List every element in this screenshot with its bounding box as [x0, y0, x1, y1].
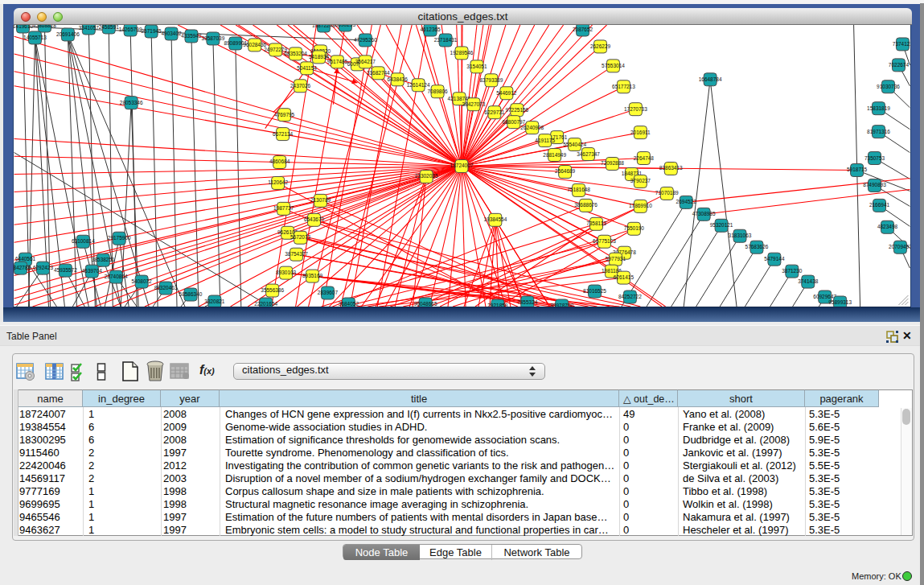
svg-text:15831819: 15831819: [867, 105, 890, 111]
svg-text:7455324: 7455324: [517, 299, 538, 305]
svg-text:2839607: 2839607: [318, 290, 339, 295]
svg-text:8930103: 8930103: [276, 270, 297, 275]
svg-text:19384554: 19384554: [483, 216, 507, 222]
svg-text:4903402: 4903402: [161, 31, 182, 36]
svg-text:3871230: 3871230: [782, 268, 803, 274]
svg-text:42868828: 42868828: [33, 25, 56, 28]
svg-text:45935572: 45935572: [54, 267, 77, 273]
svg-text:47308985: 47308985: [692, 211, 716, 216]
svg-text:2564689: 2564689: [555, 168, 576, 174]
svg-text:63100814: 63100814: [72, 238, 95, 244]
svg-text:28814949: 28814949: [543, 152, 566, 158]
svg-text:4842788: 4842788: [13, 265, 31, 270]
svg-text:38688676: 38688676: [574, 202, 598, 208]
svg-text:4769795: 4769795: [274, 112, 295, 117]
svg-text:7358113: 7358113: [586, 220, 606, 226]
svg-text:71070189: 71070189: [655, 190, 679, 196]
svg-text:6672134: 6672134: [273, 131, 294, 137]
svg-text:1120642: 1120642: [268, 179, 288, 185]
svg-text:89978790: 89978790: [550, 303, 573, 307]
svg-text:4823498: 4823498: [877, 224, 898, 229]
svg-text:2087652: 2087652: [573, 27, 593, 32]
svg-text:60929647: 60929647: [813, 294, 836, 299]
svg-text:6543670: 6543670: [304, 216, 325, 222]
svg-text:5446912: 5446912: [496, 90, 517, 96]
svg-text:2626229: 2626229: [590, 43, 611, 49]
svg-text:1419610: 1419610: [13, 25, 34, 29]
svg-text:83863413: 83863413: [659, 165, 683, 171]
svg-text:16648784: 16648784: [699, 76, 722, 82]
svg-text:2694522: 2694522: [676, 199, 697, 204]
svg-text:95899313: 95899313: [828, 299, 852, 305]
svg-text:75181648: 75181648: [567, 187, 590, 192]
svg-text:57683626: 57683626: [745, 244, 769, 249]
svg-text:84252722: 84252722: [618, 294, 642, 299]
svg-text:97225156: 97225156: [505, 107, 528, 113]
svg-text:4191175: 4191175: [535, 138, 555, 143]
svg-text:5408072: 5408072: [132, 278, 153, 284]
svg-text:5479144: 5479144: [764, 256, 785, 262]
svg-text:3320821: 3320821: [204, 299, 225, 304]
svg-text:5672073: 5672073: [290, 234, 311, 240]
svg-text:58586340: 58586340: [179, 291, 203, 297]
svg-text:72092888: 72092888: [601, 161, 624, 167]
svg-text:81016525: 81016525: [583, 288, 606, 294]
svg-text:9517485: 9517485: [327, 59, 348, 64]
svg-text:38427073: 38427073: [462, 101, 486, 107]
svg-text:34627347: 34627347: [577, 151, 600, 157]
svg-text:2166941: 2166941: [869, 202, 890, 208]
svg-text:68800797: 68800797: [502, 119, 525, 125]
svg-text:38754377: 38754377: [285, 251, 308, 257]
svg-text:20691406: 20691406: [56, 31, 80, 37]
svg-text:2130789: 2130789: [310, 197, 331, 203]
svg-text:17869910: 17869910: [629, 203, 652, 208]
svg-text:14055713: 14055713: [23, 35, 47, 40]
svg-text:18724007: 18724007: [450, 163, 474, 168]
svg-text:26240908: 26240908: [520, 125, 544, 130]
svg-text:7022674: 7022674: [889, 62, 910, 68]
svg-text:5918715: 5918715: [847, 167, 868, 172]
svg-text:83793389: 83793389: [480, 77, 503, 83]
svg-text:81971316: 81971316: [867, 129, 890, 134]
svg-text:3564217: 3564217: [355, 59, 376, 64]
svg-text:87490893: 87490893: [863, 182, 886, 187]
svg-text:2571945: 2571945: [142, 28, 162, 34]
svg-text:6229731: 6229731: [484, 109, 505, 115]
svg-text:2016911: 2016911: [630, 130, 651, 135]
svg-text:7374122: 7374122: [893, 41, 911, 47]
svg-text:68353204: 68353204: [284, 51, 307, 56]
svg-text:3341057: 3341057: [79, 25, 100, 31]
svg-text:90048665: 90048665: [414, 301, 437, 307]
svg-text:2264748: 2264748: [634, 155, 655, 161]
svg-text:95320121: 95320121: [710, 222, 733, 228]
svg-text:5418934: 5418934: [309, 54, 330, 60]
svg-text:39587039: 39587039: [201, 35, 224, 41]
svg-text:6440561: 6440561: [15, 256, 36, 262]
svg-text:7350753: 7350753: [864, 155, 885, 161]
svg-text:22201654: 22201654: [254, 301, 277, 307]
svg-text:38538251: 38538251: [92, 257, 115, 262]
svg-text:57553014: 57553014: [602, 63, 625, 68]
svg-text:6292423: 6292423: [33, 265, 54, 270]
svg-text:5977931: 5977931: [606, 256, 626, 262]
svg-text:96028436: 96028436: [243, 42, 266, 47]
svg-text:2458591: 2458591: [99, 25, 120, 30]
svg-text:28053346: 28053346: [120, 100, 143, 105]
svg-text:10872248: 10872248: [312, 25, 335, 28]
svg-text:31831063: 31831063: [729, 233, 752, 238]
svg-text:23302035: 23302035: [415, 173, 438, 179]
svg-text:2921859: 2921859: [487, 303, 508, 307]
svg-text:55540424: 55540424: [563, 142, 586, 147]
svg-text:31682744: 31682744: [367, 70, 390, 76]
svg-text:6438436: 6438436: [388, 76, 409, 82]
svg-text:17270733: 17270733: [624, 106, 647, 112]
svg-text:20709497: 20709497: [889, 244, 911, 249]
svg-text:3790237: 3790237: [630, 178, 651, 183]
svg-text:65177213: 65177213: [612, 84, 635, 89]
svg-text:4539704: 4539704: [82, 268, 103, 274]
svg-text:4860684: 4860684: [269, 159, 290, 165]
svg-text:8935169: 8935169: [302, 273, 323, 278]
svg-text:88320463: 88320463: [154, 285, 178, 290]
svg-text:28740864: 28740864: [105, 274, 128, 279]
svg-text:23718431: 23718431: [434, 37, 458, 43]
